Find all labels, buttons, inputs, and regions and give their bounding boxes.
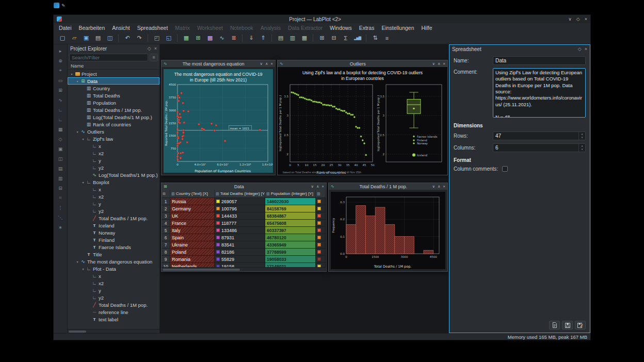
tree-item-x2[interactable]: x2 [68, 150, 159, 157]
tree-item-title[interactable]: Title [68, 251, 159, 258]
curve-tool-icon[interactable]: ∿ [56, 96, 65, 104]
row-number[interactable]: 7 [162, 241, 170, 248]
hgrid-tool-icon[interactable]: ▤ [56, 164, 65, 172]
select-region-tool-icon[interactable]: ▭ [56, 76, 65, 84]
tree-item-x[interactable]: x [68, 186, 159, 193]
cell-country[interactable]: Poland [170, 249, 215, 255]
tree-item-total-deaths[interactable]: Total Deaths [68, 92, 159, 99]
new-spreadsheet-button[interactable]: ⊞ [192, 33, 203, 43]
tree-item-iceland[interactable]: Iceland [68, 222, 159, 229]
save-as-button[interactable] [575, 321, 586, 330]
cell-rate[interactable] [316, 212, 326, 219]
equation-worksheet[interactable]: The most dangerous equation and COVID-19… [164, 69, 273, 173]
cell-rate[interactable] [316, 205, 326, 212]
stepper-arrows-icon[interactable]: ∧∨ [578, 132, 585, 140]
vgrid-tool-icon[interactable]: ▥ [56, 174, 65, 182]
grid-tool-icon[interactable]: ⊞ [56, 86, 65, 94]
mdi-titlebar[interactable]: ∿ Total Deaths / 1 M pop. ∨ ∧ × [329, 183, 447, 190]
new-notebook-button[interactable]: ≣ [228, 33, 239, 43]
axis-x-tool-icon[interactable]: ∟ [56, 106, 65, 113]
close-dock-icon[interactable]: × [154, 46, 157, 51]
tree-item-y2[interactable]: y2 [68, 207, 159, 215]
zipf-law-scatter-plot[interactable]: 0510152025303540455022.533.5Rank of coun… [278, 83, 376, 175]
shade-icon[interactable]: ∨ [432, 61, 436, 66]
new-worksheet-button[interactable]: ∿ [216, 33, 227, 43]
hash-tool-icon[interactable]: ⌗ [56, 194, 65, 202]
cell-population[interactable]: 17148021 [265, 263, 316, 267]
collapse-all-button[interactable]: ⊟ [328, 33, 339, 43]
tree-item-population[interactable]: Population [68, 99, 159, 106]
tree-item-y2[interactable]: y2 [68, 294, 159, 301]
cell-country[interactable]: Romania [170, 256, 215, 262]
tree-item-log-total-deaths-1-m-pop[interactable]: Log(Total Deaths/1 M pop.) [68, 171, 159, 178]
dangerous-equation-scatter-plot[interactable]: 04.0×10⁷8.0×10⁷1.2×10⁸1.6×10⁸75015002250… [164, 83, 273, 174]
cell-country[interactable]: Russia [170, 198, 215, 205]
tree-item-y[interactable]: y [68, 157, 159, 164]
mdi-titlebar[interactable]: ⊞ Data ∨ ∧ × [162, 183, 326, 190]
cell-country[interactable]: Spain [170, 234, 215, 241]
row-number[interactable]: 5 [162, 227, 170, 234]
spreadsheet-horizontal-scrollbar[interactable] [162, 267, 326, 271]
column-header-population[interactable]: ▥Population {Integer} [Y] [265, 190, 316, 198]
tree-item-norway[interactable]: Norway [68, 229, 159, 236]
cell-rate[interactable] [316, 249, 326, 255]
mdi-titlebar[interactable]: ∿ The most dangerous equation ∨ ∧ × [162, 60, 275, 67]
cell-population[interactable]: 43365949 [265, 241, 316, 248]
new-workbook-button[interactable]: ▦ [181, 33, 191, 43]
tree-item-y[interactable]: y [68, 287, 159, 294]
expander-icon[interactable]: ▾ [69, 72, 74, 76]
menu-extras[interactable]: Extras [356, 24, 378, 31]
dots-tool-icon[interactable]: ⋮ [56, 204, 65, 211]
import-data-button[interactable]: ⇓ [246, 33, 256, 43]
tree-item-plot-data[interactable]: ▾Plot - Data [68, 265, 159, 272]
column-header-partial[interactable]: ▥ [316, 190, 326, 198]
edit-pencil-icon[interactable]: ✎ [61, 3, 66, 8]
cell-country[interactable]: Italy [170, 227, 215, 234]
tree-item-log-total-deaths-1-m-pop[interactable]: Log(Total Deaths/1 M pop.) [68, 113, 159, 121]
row-number[interactable]: 9 [162, 256, 170, 262]
tree-item-finland[interactable]: Finland [68, 236, 159, 243]
window-most-dangerous-equation[interactable]: ∿ The most dangerous equation ∨ ∧ × The … [161, 60, 276, 175]
taskbar-app-icon[interactable] [54, 3, 59, 8]
diagonal-tool-icon[interactable]: ⋱ [56, 213, 65, 221]
row-number[interactable]: 6 [162, 234, 170, 241]
label-tool-icon[interactable]: ◇ [56, 135, 65, 143]
cell-population[interactable]: 84158769 [265, 205, 316, 212]
column-header-country[interactable]: ▥Country {Text} [X] [170, 190, 215, 198]
cell-population[interactable]: 68384867 [265, 212, 316, 219]
columns-stepper[interactable]: 6 ∧∨ [493, 143, 586, 152]
close-icon[interactable]: × [443, 184, 445, 189]
outliers-worksheet[interactable]: Using Zipf's law and a boxplot for detec… [278, 67, 447, 175]
open-project-button[interactable]: ▱ [69, 33, 79, 43]
tile-windows-button[interactable]: ◰ [151, 33, 162, 43]
tree-item-x[interactable]: x [68, 142, 159, 150]
cell-rate[interactable] [316, 227, 326, 234]
maximize-icon[interactable]: ∧ [438, 61, 441, 66]
expand-all-button[interactable]: ⊞ [316, 33, 327, 43]
legend-tool-icon[interactable]: ▦ [56, 125, 65, 133]
shade-icon[interactable]: ∨ [432, 184, 436, 189]
zoom-tool-icon[interactable]: ⊕ [56, 57, 65, 64]
cell-total-deaths[interactable]: 144433 [215, 212, 265, 219]
plot-data-button[interactable]: ▂▅▇ [352, 33, 363, 43]
cell-rate[interactable] [316, 220, 326, 226]
maximize-icon[interactable]: ∧ [316, 184, 319, 189]
column-comments-checkbox[interactable] [502, 166, 508, 172]
new-matrix-button[interactable]: ▩ [204, 33, 215, 43]
histogram-worksheet[interactable]: 01500300045000.00.10.20.3Total Deaths / … [331, 192, 445, 269]
cell-population[interactable]: 37788599 [265, 249, 316, 255]
menu-windows[interactable]: Windows [326, 24, 356, 31]
close-dock-icon[interactable]: × [585, 46, 587, 52]
cell-population[interactable]: 19058033 [265, 256, 316, 262]
mdi-titlebar[interactable]: ∿ Outliers ∨ ∧ × [278, 60, 447, 67]
tree-item-reference-line[interactable]: reference line [68, 308, 159, 316]
column-statistics-button[interactable]: Σ [340, 33, 351, 43]
stepper-arrows-icon[interactable]: ∧∨ [578, 144, 585, 152]
cell-rate[interactable] [316, 198, 326, 205]
expander-icon[interactable]: ▾ [75, 260, 80, 264]
row-number[interactable]: 4 [162, 220, 170, 226]
maximize-icon[interactable]: ∧ [438, 184, 441, 189]
cell-rate[interactable] [316, 256, 326, 262]
search-input[interactable] [69, 54, 148, 61]
tree-item-country[interactable]: Country [68, 85, 159, 92]
